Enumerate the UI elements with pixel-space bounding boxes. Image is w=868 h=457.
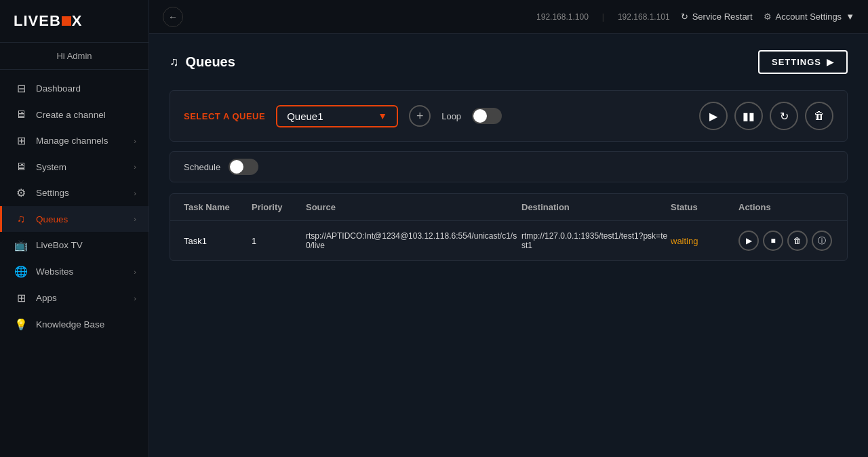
sidebar-item-knowledge-base[interactable]: 💡 Knowledge Base: [0, 311, 149, 338]
nav-arrow-icon: ›: [134, 268, 136, 276]
topbar-separator: |: [602, 12, 604, 22]
page-header: ♫ Queues SETTINGS ▶: [170, 50, 848, 74]
queue-dropdown-arrow-icon: ▼: [378, 111, 387, 121]
nav-icon-system: 🖥: [14, 161, 28, 173]
nav-label-queues: Queues: [36, 214, 125, 224]
restart-icon: ↻: [681, 12, 688, 22]
sidebar-item-livebox-tv[interactable]: 📺 LiveBox TV: [0, 232, 149, 258]
main-area: ← 192.168.1.100 | 192.168.1.101 ↻ Servic…: [149, 0, 868, 457]
topbar: ← 192.168.1.100 | 192.168.1.101 ↻ Servic…: [149, 0, 868, 34]
sidebar-item-system[interactable]: 🖥 System ›: [0, 154, 149, 180]
nav-icon-queues: ♫: [14, 213, 28, 225]
add-queue-button[interactable]: +: [409, 105, 431, 127]
account-chevron-icon: ▼: [846, 12, 854, 22]
task-info-button[interactable]: ⓘ: [812, 231, 832, 251]
loop-toggle[interactable]: [472, 108, 502, 124]
nav-icon-settings: ⚙: [14, 186, 28, 199]
service-restart-button[interactable]: ↻ Service Restart: [681, 12, 753, 22]
sidebar-item-settings[interactable]: ⚙ Settings ›: [0, 180, 149, 206]
sidebar-nav: ⊟ Dashboard 🖥 Create a channel ⊞ Manage …: [0, 70, 149, 457]
pause-button[interactable]: ▮▮: [734, 102, 763, 130]
nav-label-create-channel: Create a channel: [36, 110, 136, 120]
info-ip2: 192.168.1.101: [618, 12, 670, 22]
greeting: Hi Admin: [0, 43, 149, 70]
task-priority-cell: 1: [252, 236, 306, 246]
logo-box-icon: [62, 16, 71, 26]
nav-icon-apps: ⊞: [14, 292, 28, 304]
nav-icon-dashboard: ⊟: [14, 82, 28, 95]
play-button[interactable]: ▶: [699, 102, 728, 130]
col-destination: Destination: [521, 202, 671, 212]
nav-label-dashboard: Dashboard: [36, 83, 136, 94]
nav-icon-websites: 🌐: [14, 265, 28, 278]
sidebar-item-queues[interactable]: ♫ Queues ›: [0, 206, 149, 232]
nav-icon-knowledge-base: 💡: [14, 318, 28, 331]
restart-button[interactable]: ↻: [770, 102, 798, 130]
nav-arrow-icon: ›: [134, 189, 136, 197]
schedule-toggle-knob: [230, 160, 243, 174]
nav-arrow-icon: ›: [134, 215, 136, 223]
account-settings-button[interactable]: ⚙ Account Settings ▼: [764, 12, 854, 22]
logo-area: LIVEBX: [0, 0, 149, 43]
schedule-bar: Schedule: [170, 151, 848, 182]
nav-label-livebox-tv: LiveBox TV: [36, 240, 136, 250]
col-source: Source: [306, 202, 521, 212]
logo: LIVEBX: [14, 12, 82, 30]
tasks-table: Task Name Priority Source Destination St…: [170, 193, 848, 261]
task-status-cell: waiting: [671, 236, 738, 246]
info-ip1: 192.168.1.100: [536, 12, 589, 22]
sidebar-item-apps[interactable]: ⊞ Apps ›: [0, 285, 149, 311]
sidebar-item-manage-channels[interactable]: ⊞ Manage channels ›: [0, 127, 149, 154]
schedule-toggle-switch[interactable]: [229, 159, 258, 175]
nav-label-websites: Websites: [36, 266, 125, 277]
task-play-button[interactable]: ▶: [738, 231, 759, 251]
col-status: Status: [671, 202, 738, 212]
loop-toggle-switch[interactable]: [472, 108, 502, 124]
page-title: ♫ Queues: [170, 54, 235, 70]
sidebar: LIVEBX Hi Admin ⊟ Dashboard 🖥 Create a c…: [0, 0, 149, 457]
task-actions-cell: ▶ ■ 🗑 ⓘ: [738, 231, 833, 251]
page-title-text: Queues: [186, 54, 235, 70]
settings-circle-icon: ▶: [827, 57, 834, 67]
col-priority: Priority: [252, 202, 306, 212]
sidebar-item-create-channel[interactable]: 🖥 Create a channel: [0, 102, 149, 127]
loop-toggle-knob: [473, 109, 487, 123]
nav-arrow-icon: ›: [134, 137, 136, 145]
account-settings-label: Account Settings: [776, 12, 842, 22]
table-header: Task Name Priority Source Destination St…: [170, 194, 847, 221]
gear-icon: ⚙: [764, 12, 772, 22]
col-actions: Actions: [738, 202, 833, 212]
delete-queue-button[interactable]: 🗑: [805, 102, 833, 130]
nav-label-knowledge-base: Knowledge Base: [36, 319, 136, 330]
table-row: Task1 1 rtsp://APTIDCO:Int@1234@103.12.1…: [170, 221, 847, 260]
schedule-toggle[interactable]: [229, 159, 258, 175]
col-task-name: Task Name: [184, 202, 252, 212]
topbar-info: 192.168.1.100 | 192.168.1.101: [536, 12, 670, 22]
select-queue-label: SELECT A QUEUE: [184, 111, 265, 121]
sidebar-item-dashboard[interactable]: ⊟ Dashboard: [0, 75, 149, 102]
nav-icon-livebox-tv: 📺: [14, 239, 28, 252]
nav-label-settings: Settings: [36, 188, 125, 198]
queues-icon: ♫: [170, 55, 179, 69]
settings-label: SETTINGS: [772, 57, 821, 67]
settings-button[interactable]: SETTINGS ▶: [758, 50, 848, 74]
nav-arrow-icon: ›: [134, 294, 136, 302]
task-stop-button[interactable]: ■: [763, 231, 783, 251]
content-area: ♫ Queues SETTINGS ▶ SELECT A QUEUE Queue…: [149, 34, 868, 457]
queue-control-buttons: ▶ ▮▮ ↻ 🗑: [699, 102, 833, 130]
service-restart-label: Service Restart: [692, 12, 753, 22]
queue-dropdown[interactable]: Queue1 ▼: [276, 105, 398, 127]
loop-label: Loop: [441, 111, 461, 121]
task-delete-button[interactable]: 🗑: [787, 231, 808, 251]
nav-icon-manage-channels: ⊞: [14, 134, 28, 147]
task-name-cell: Task1: [184, 236, 252, 246]
back-button[interactable]: ←: [163, 7, 183, 27]
task-source-cell: rtsp://APTIDCO:Int@1234@103.12.118.6:554…: [306, 231, 521, 250]
queue-control-bar: SELECT A QUEUE Queue1 ▼ + Loop ▶ ▮▮ ↻ 🗑: [170, 90, 848, 142]
schedule-label: Schedule: [184, 162, 220, 172]
queue-selected-value: Queue1: [287, 111, 371, 122]
nav-label-system: System: [36, 162, 125, 172]
task-destination-cell: rtmp://127.0.0.1:1935/test1/test1?psk=te…: [521, 231, 671, 250]
nav-label-manage-channels: Manage channels: [36, 136, 125, 146]
sidebar-item-websites[interactable]: 🌐 Websites ›: [0, 258, 149, 285]
